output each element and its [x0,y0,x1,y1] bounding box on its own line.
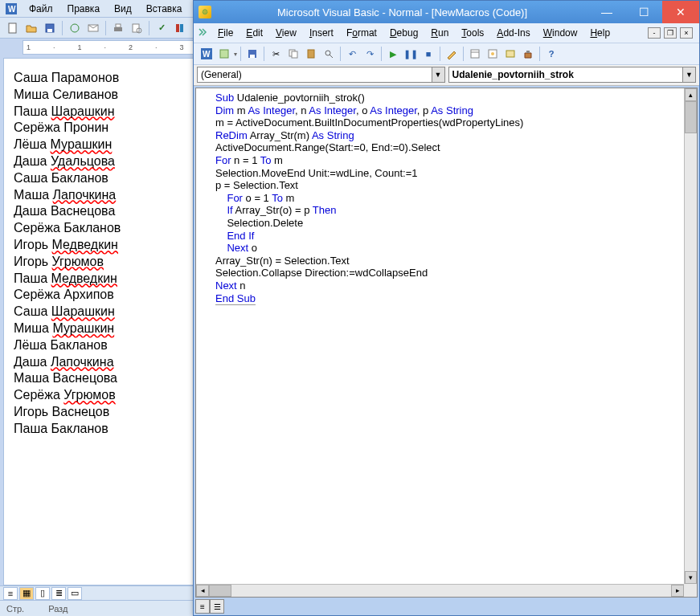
menu-tools[interactable]: Tools [455,25,490,41]
separator [105,21,106,35]
reading-view-button[interactable]: ▭ [68,587,82,600]
cut-button[interactable]: ✂ [268,46,284,62]
menu-help[interactable]: Help [583,25,616,41]
outline-view-button[interactable]: ≣ [51,587,66,600]
scroll-right-button[interactable]: ▸ [671,585,684,597]
print-button[interactable] [110,20,126,36]
svg-rect-7 [114,27,122,31]
menu-debug[interactable]: Debug [383,25,424,41]
undo-button[interactable]: ↶ [344,46,360,62]
break-button[interactable]: ❚❚ [403,46,419,62]
scroll-up-button[interactable]: ▴ [685,88,697,101]
separator [264,47,264,61]
scroll-thumb[interactable] [685,101,697,133]
separator [240,47,241,61]
procedure-view-button[interactable]: ≡ [195,599,210,614]
menu-insert[interactable]: Insert [303,25,340,41]
scroll-left-button[interactable]: ◂ [196,585,209,597]
svg-rect-15 [220,50,228,58]
spellcheck-button[interactable]: ✓ [154,20,170,36]
separator [539,47,540,61]
properties-button[interactable] [485,46,501,62]
procedure-dropdown[interactable]: Udalenie_povtorniih_strok ▼ [448,67,697,83]
open-button[interactable] [23,20,39,36]
mdi-restore-button[interactable]: ❐ [664,27,677,39]
separator [440,47,440,61]
project-explorer-button[interactable] [467,46,483,62]
word-menu-file[interactable]: Файл [23,2,59,16]
redo-button[interactable]: ↷ [362,46,378,62]
vbe-app-icon: ⚙ [199,6,211,18]
preview-button[interactable] [129,20,145,36]
word-app-icon[interactable]: W [5,2,18,15]
separator [62,21,63,35]
new-doc-button[interactable] [5,20,21,36]
word-menu-insert[interactable]: Вставка [140,2,189,16]
reset-button[interactable]: ■ [420,46,436,62]
view-word-button[interactable]: W [199,46,215,62]
code-editor[interactable]: Sub Udalenie_povtorniih_strok() Dim m As… [195,88,698,598]
vbe-title: Microsoft Visual Basic - Normal - [NewMa… [216,6,588,18]
menu-view[interactable]: View [269,25,303,41]
full-module-view-button[interactable]: ☰ [210,599,224,614]
svg-rect-20 [308,50,314,58]
find-button[interactable] [321,46,337,62]
vbe-titlebar[interactable]: ⚙ Microsoft Visual Basic - Normal - [New… [194,1,699,23]
normal-view-button[interactable]: ≡ [3,587,18,600]
mdi-close-button[interactable]: × [680,27,693,39]
svg-rect-4 [47,29,52,32]
permission-button[interactable] [67,20,83,36]
svg-text:W: W [8,5,16,14]
paste-button[interactable] [303,46,319,62]
run-button[interactable]: ▶ [385,46,401,62]
vbe-menu-icon[interactable] [197,27,211,40]
vbe-menubar: File Edit View Insert Format Debug Run T… [194,23,699,43]
research-button[interactable] [172,20,188,36]
scroll-down-button[interactable]: ▾ [685,571,697,584]
save-button[interactable] [42,20,58,36]
web-view-button[interactable]: ▦ [19,587,34,600]
procedure-dropdown-value: Udalenie_povtorniih_strok [452,69,574,80]
maximize-button[interactable]: ☐ [625,1,662,23]
svg-rect-2 [9,23,16,33]
minimize-button[interactable]: — [588,1,625,23]
svg-rect-27 [506,51,514,57]
menu-file[interactable]: File [211,25,239,41]
toolbox-button[interactable] [520,46,536,62]
object-browser-button[interactable] [502,46,518,62]
menu-run[interactable]: Run [424,25,455,41]
scroll-corner [684,584,697,597]
help-button[interactable]: ? [543,46,559,62]
svg-text:W: W [203,50,211,59]
menu-addins[interactable]: Add-Ins [490,25,536,41]
svg-rect-23 [471,50,479,58]
mail-button[interactable] [85,20,101,36]
save-button[interactable] [244,46,260,62]
status-section: Разд [48,604,68,614]
separator [381,47,382,61]
menu-window[interactable]: Window [537,25,584,41]
menu-format[interactable]: Format [340,25,383,41]
dropdown-arrow-icon: ▼ [682,67,695,82]
separator [149,21,149,35]
svg-point-5 [71,24,79,32]
menu-edit[interactable]: Edit [239,25,269,41]
print-layout-button[interactable]: ▯ [35,587,50,600]
scroll-thumb[interactable] [209,585,231,597]
design-mode-button[interactable] [444,46,460,62]
code-text[interactable]: Sub Udalenie_povtorniih_strok() Dim m As… [196,88,684,584]
mdi-minimize-button[interactable]: - [648,27,661,39]
insert-module-button[interactable] [216,46,232,62]
close-button[interactable]: ✕ [662,1,699,23]
svg-rect-19 [292,51,297,58]
vertical-scrollbar[interactable]: ▴ ▾ [684,88,697,584]
word-menu-view[interactable]: Вид [108,2,138,16]
dropdown-arrow-icon: ▼ [432,67,444,82]
separator [340,47,341,61]
horizontal-scrollbar[interactable]: ◂ ▸ [196,584,684,597]
separator [463,47,464,61]
object-dropdown[interactable]: (General) ▼ [197,67,445,83]
word-menu-edit[interactable]: Правка [61,2,107,16]
copy-button[interactable] [285,46,301,62]
object-dropdown-value: (General) [201,69,242,80]
